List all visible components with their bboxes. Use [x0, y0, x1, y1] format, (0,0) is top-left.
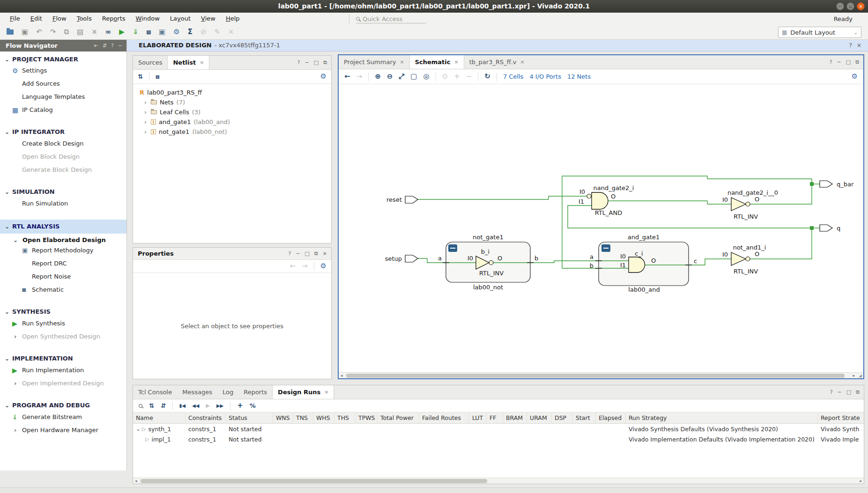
menu-tools[interactable]: Tools	[72, 13, 97, 25]
nav-report-noise[interactable]: Report Noise	[0, 270, 126, 283]
zoom-out-icon[interactable]: ⊖	[387, 73, 393, 80]
close-icon[interactable]: ×	[520, 56, 524, 69]
col-run-strategy[interactable]: Run Strategy	[626, 412, 818, 423]
close-icon[interactable]: ×	[857, 40, 861, 51]
minimize-icon[interactable]: −	[305, 59, 309, 66]
step-back-icon[interactable]: ◀◀	[192, 404, 199, 408]
col-wns[interactable]: WNS	[273, 412, 293, 423]
sort-icon[interactable]: ⇵	[161, 403, 166, 409]
help-icon[interactable]: ?	[849, 40, 852, 51]
schematic-hscrollbar[interactable]: ◂ ▸ ◢	[339, 372, 863, 378]
undo-icon[interactable]: ↶	[36, 29, 42, 36]
float-icon[interactable]: ⧉	[855, 59, 859, 65]
nets-link[interactable]: 12 Nets	[567, 73, 591, 80]
nav-schematic[interactable]: ⧈Schematic	[0, 283, 126, 296]
maximize-window-button[interactable]: ▫	[846, 2, 854, 10]
tab-messages[interactable]: Messages	[177, 385, 217, 399]
close-icon[interactable]: ×	[454, 56, 459, 69]
tree-item-nets[interactable]: › Nets(7)	[133, 97, 331, 107]
col-uram[interactable]: URAM	[527, 412, 552, 423]
menu-reports[interactable]: Reports	[97, 13, 131, 25]
port-setup[interactable]	[405, 255, 418, 262]
paste-icon[interactable]: ▤	[77, 29, 83, 36]
minimize-icon[interactable]: −	[296, 248, 300, 260]
menu-window[interactable]: Window	[131, 13, 165, 25]
scroll-left-icon[interactable]: ◂	[341, 373, 343, 379]
schematic-icon[interactable]: ⧈	[156, 74, 159, 80]
refresh-icon[interactable]: ↻	[484, 73, 490, 80]
section-implementation[interactable]: ⌄IMPLEMENTATION	[0, 352, 126, 365]
menu-view[interactable]: View	[196, 13, 221, 25]
menu-edit[interactable]: Edit	[25, 13, 47, 25]
close-icon[interactable]: ×	[200, 56, 204, 69]
zoom-in-icon[interactable]: ⊕	[375, 73, 381, 80]
help-icon[interactable]: ?	[111, 40, 114, 52]
section-simulation[interactable]: ⌄SIMULATION	[0, 185, 126, 199]
tree-item-root[interactable]: R lab00_part3_RS_ff	[133, 88, 331, 97]
open-project-icon[interactable]	[7, 29, 14, 35]
col-status[interactable]: Status	[226, 412, 273, 423]
sigma-icon[interactable]: Σ	[188, 29, 193, 36]
tab-log[interactable]: Log	[217, 385, 238, 399]
and-gate-c-i[interactable]	[629, 257, 645, 272]
add-run-icon[interactable]: +	[237, 402, 243, 409]
nav-open-hardware-manager[interactable]: ›Open Hardware Manager	[0, 424, 126, 437]
col-tns[interactable]: TNS	[293, 412, 313, 423]
nav-ip-catalog[interactable]: ▦IP Catalog	[0, 103, 126, 117]
nav-report-drc[interactable]: Report DRC	[0, 257, 126, 270]
nav-create-block-design[interactable]: Create Block Design	[0, 137, 126, 150]
col-ff[interactable]: FF	[487, 412, 503, 423]
nav-add-sources[interactable]: Add Sources	[0, 77, 126, 90]
col-failed-routes[interactable]: Failed Routes	[419, 412, 469, 423]
maximize-icon[interactable]: □	[846, 59, 851, 65]
gear-icon[interactable]: ⚙	[320, 73, 326, 80]
tab-netlist[interactable]: Netlist×	[167, 56, 209, 69]
resize-grip-icon[interactable]: ◢	[859, 373, 862, 379]
net-nand-out[interactable]	[608, 201, 731, 204]
menu-layout[interactable]: Layout	[165, 13, 196, 25]
close-icon[interactable]: ×	[400, 56, 404, 69]
col-tpws[interactable]: TPWS	[356, 412, 378, 423]
tree-item-not-gate1[interactable]: › I not_gate1(lab00_not)	[133, 127, 331, 137]
and-gate-nand-gate2-i[interactable]	[592, 192, 608, 209]
minimize-icon[interactable]: −	[838, 389, 842, 395]
tab-project-summary[interactable]: Project Summary×	[339, 55, 409, 69]
tree-item-and-gate1[interactable]: › I and_gate1(lab00_and)	[133, 117, 331, 127]
quick-access-input[interactable]: Quick Access	[356, 15, 426, 23]
nav-open-synthesized-design[interactable]: ›Open Synthesized Design	[0, 330, 126, 343]
nav-generate-bitstream[interactable]: ⇓Generate Bitstream	[0, 411, 126, 424]
io-ports-link[interactable]: 4 I/O Ports	[529, 73, 561, 80]
nav-run-implementation[interactable]: ▶Run Implementation	[0, 364, 126, 377]
chevron-right-icon[interactable]: ›	[144, 129, 148, 135]
gear-icon[interactable]: ⚙	[852, 73, 858, 80]
collapse-block-button[interactable]	[601, 244, 610, 252]
nav-run-simulation[interactable]: Run Simulation	[0, 197, 126, 210]
zoom-fit-icon[interactable]: ⤢	[399, 73, 404, 80]
section-ip-integrator[interactable]: ⌄IP INTEGRATOR	[0, 125, 126, 139]
float-icon[interactable]: ⧉	[856, 389, 860, 395]
close-window-button[interactable]: ×	[857, 2, 865, 10]
help-icon[interactable]: ?	[288, 248, 291, 260]
run-step-icon[interactable]: ⇓	[133, 29, 139, 36]
minimize-icon[interactable]: −	[118, 40, 122, 52]
maximize-icon[interactable]: □	[314, 59, 319, 66]
gear-icon[interactable]: ⚙	[173, 29, 179, 36]
save-icon[interactable]: ▣	[22, 29, 28, 36]
design-runs-hscrollbar[interactable]: ◂ ▸	[133, 478, 864, 484]
autofit-selection-icon[interactable]: ◎	[423, 73, 430, 80]
minimize-window-button[interactable]: −	[836, 2, 844, 10]
percent-icon[interactable]: %	[250, 403, 256, 409]
maximize-icon[interactable]: □	[305, 248, 310, 260]
expand-collapse-icon[interactable]: ⇵	[103, 40, 107, 52]
tab-sources[interactable]: Sources	[133, 56, 167, 69]
tab-schematic[interactable]: Schematic×	[409, 55, 464, 69]
redo-icon[interactable]: ↷	[50, 29, 56, 36]
collapse-block-button[interactable]	[448, 244, 457, 252]
dock-icon[interactable]: ⇤	[94, 40, 98, 52]
table-row-impl[interactable]: ▷ impl_1 constrs_1 Not started Vivado Im…	[133, 434, 864, 444]
col-elapsed[interactable]: Elapsed	[596, 412, 626, 423]
find-icon[interactable]: ∞	[105, 29, 111, 36]
port-reset[interactable]	[405, 196, 418, 203]
inverter-nand-gate2-i-0[interactable]	[731, 198, 746, 211]
help-icon[interactable]: ?	[830, 389, 833, 395]
